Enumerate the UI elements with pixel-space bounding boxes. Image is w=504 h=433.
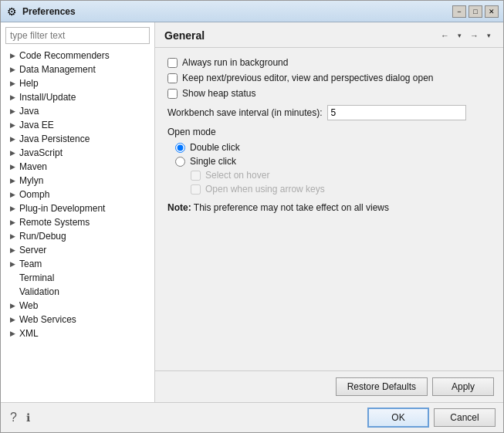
tree-item-label: Help: [19, 78, 39, 89]
tree-item-arrow-icon: ▶: [7, 231, 18, 242]
tree-item-arrow-icon: ▶: [7, 314, 18, 325]
left-panel: ▶Code Recommenders▶Data Management▶Help▶…: [1, 22, 155, 402]
tree-item-label: Code Recommenders: [19, 50, 110, 61]
title-bar-buttons: − □ ✕: [452, 5, 499, 18]
save-interval-label: Workbench save interval (in minutes):: [167, 107, 323, 118]
filter-input[interactable]: [5, 27, 150, 44]
tree-item-label: Run/Debug: [19, 231, 66, 242]
apply-button[interactable]: Apply: [432, 377, 494, 396]
tree-item-arrow-icon: ▶: [7, 64, 18, 75]
title-bar: ⚙ Preferences − □ ✕: [1, 1, 503, 22]
tree-item[interactable]: ▶Maven: [1, 160, 154, 174]
tree-item[interactable]: ▶Oomph: [1, 188, 154, 201]
open-mode-group: Open mode Double click Single click Sele…: [167, 127, 491, 195]
tree-item[interactable]: ▶Java Persistence: [1, 132, 154, 146]
single-click-label: Single click: [190, 156, 236, 167]
tree-item-arrow-icon: ▶: [7, 92, 18, 103]
close-button[interactable]: ✕: [485, 5, 499, 18]
tree-item[interactable]: ▶Data Management: [1, 63, 154, 76]
tree-item[interactable]: ▶Web: [1, 299, 154, 313]
tree-item[interactable]: ▶Java: [1, 104, 154, 118]
help-button[interactable]: ?: [8, 409, 19, 426]
tree-item-label: Web: [19, 300, 38, 311]
dialog-title: Preferences: [22, 6, 452, 17]
back-button[interactable]: ←: [437, 29, 453, 42]
tree-item[interactable]: ▶Install/Update: [1, 90, 154, 104]
tree-item-label: Java: [19, 106, 39, 117]
maximize-button[interactable]: □: [468, 5, 482, 18]
tree-item-label: Remote Systems: [19, 217, 90, 228]
cancel-button[interactable]: Cancel: [434, 408, 496, 427]
tree-item-arrow-icon: ▶: [7, 300, 18, 311]
ok-button[interactable]: OK: [367, 408, 429, 428]
tree-item-arrow-icon: ▶: [7, 259, 18, 269]
always-run-bg-row: Always run in background: [167, 57, 491, 68]
tree-item-label: Data Management: [19, 64, 96, 75]
show-heap-checkbox[interactable]: [167, 89, 178, 99]
tree-item[interactable]: ▶Code Recommenders: [1, 49, 154, 63]
save-interval-input[interactable]: [327, 105, 466, 120]
keep-next-prev-checkbox[interactable]: [167, 73, 178, 83]
forward-dropdown-button[interactable]: ▾: [484, 29, 494, 42]
tree-item-label: Java Persistence: [19, 134, 90, 144]
info-button[interactable]: ℹ: [25, 410, 32, 425]
panel-title: General: [164, 29, 437, 42]
tree-item[interactable]: ▶Mylyn: [1, 174, 154, 188]
tree-item[interactable]: ▶Validation: [1, 285, 154, 299]
nav-buttons: ← ▾ → ▾: [437, 29, 494, 42]
footer-left: ? ℹ: [8, 409, 363, 426]
tree-item-label: Terminal: [19, 272, 54, 283]
sub-options: Select on hover Open when using arrow ke…: [191, 170, 491, 195]
preferences-dialog: ⚙ Preferences − □ ✕ ▶Code Recommenders▶D…: [0, 0, 504, 433]
tree-item-label: Plug-in Development: [19, 203, 105, 214]
tree-item[interactable]: ▶Team: [1, 257, 154, 271]
tree-item-label: Team: [19, 259, 42, 269]
tree-item-arrow-icon: ▶: [7, 78, 18, 89]
tree-item-label: Install/Update: [19, 92, 76, 103]
panel-footer: Restore Defaults Apply: [155, 370, 503, 402]
panel-body: Always run in background Keep next/previ…: [155, 48, 503, 370]
select-on-hover-checkbox[interactable]: [191, 171, 201, 181]
minimize-button[interactable]: −: [452, 5, 466, 18]
single-click-radio[interactable]: [175, 157, 185, 167]
show-heap-label: Show heap status: [182, 88, 255, 99]
tree-item[interactable]: ▶Run/Debug: [1, 229, 154, 243]
tree-item[interactable]: ▶Server: [1, 243, 154, 257]
dialog-content: ▶Code Recommenders▶Data Management▶Help▶…: [1, 22, 503, 402]
tree-item-arrow-icon: ▶: [7, 106, 18, 117]
tree-item-arrow-icon: ▶: [7, 217, 18, 228]
tree-item-arrow-icon: ▶: [7, 134, 18, 144]
tree-item-arrow-icon: ▶: [7, 189, 18, 200]
dialog-icon: ⚙: [5, 5, 18, 18]
back-arrow-icon: ←: [441, 31, 449, 40]
tree-item-label: Oomph: [19, 189, 49, 200]
tree-item-label: Web Services: [19, 314, 76, 325]
tree-item[interactable]: ▶XML: [1, 326, 154, 340]
restore-defaults-button[interactable]: Restore Defaults: [336, 377, 428, 396]
keep-next-prev-label: Keep next/previous editor, view and pers…: [182, 73, 434, 83]
tree-item[interactable]: ▶Help: [1, 76, 154, 90]
single-click-row: Single click: [175, 156, 491, 167]
open-arrow-keys-checkbox[interactable]: [191, 184, 201, 195]
note-prefix: Note:: [167, 202, 191, 213]
open-mode-title: Open mode: [167, 127, 491, 137]
double-click-label: Double click: [190, 142, 240, 153]
tree-item[interactable]: ▶Terminal: [1, 271, 154, 285]
always-run-bg-checkbox[interactable]: [167, 58, 178, 68]
select-on-hover-row: Select on hover: [191, 170, 491, 181]
tree-item-label: XML: [19, 328, 39, 339]
tree-item[interactable]: ▶Remote Systems: [1, 215, 154, 229]
tree-item[interactable]: ▶Web Services: [1, 313, 154, 326]
back-dropdown-button[interactable]: ▾: [455, 29, 465, 42]
right-panel: General ← ▾ → ▾ Always run in background: [155, 22, 503, 402]
tree-item[interactable]: ▶Java EE: [1, 118, 154, 132]
tree-item-label: Server: [19, 245, 46, 255]
tree-item-arrow-icon: ▶: [7, 245, 18, 255]
open-arrow-keys-row: Open when using arrow keys: [191, 184, 491, 195]
save-interval-row: Workbench save interval (in minutes):: [167, 105, 491, 120]
tree-item[interactable]: ▶Plug-in Development: [1, 201, 154, 215]
forward-button[interactable]: →: [466, 29, 482, 42]
tree-container: ▶Code Recommenders▶Data Management▶Help▶…: [1, 49, 154, 402]
tree-item[interactable]: ▶JavaScript: [1, 146, 154, 160]
double-click-radio[interactable]: [175, 143, 185, 153]
